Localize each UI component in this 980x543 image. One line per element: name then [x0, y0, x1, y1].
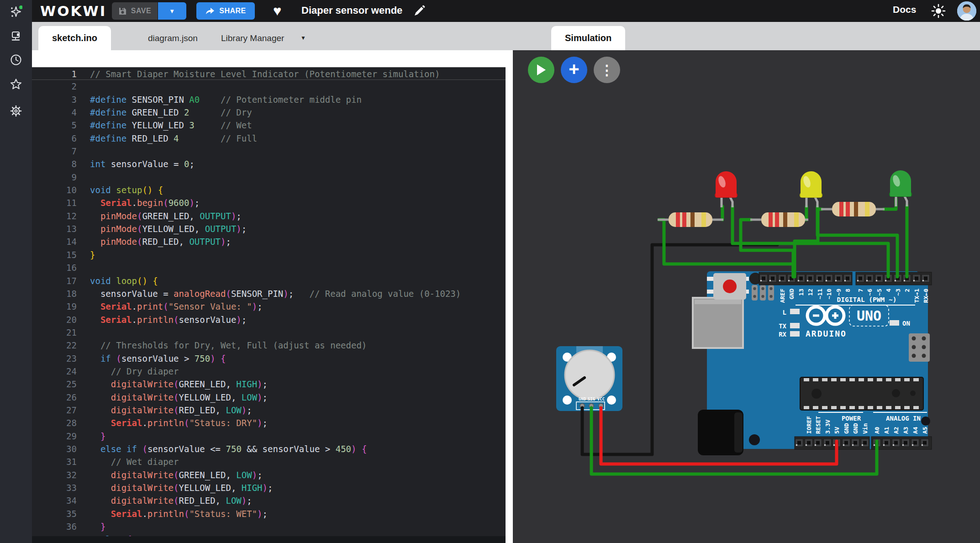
- code-line[interactable]: 23 if (sensorValue > 750) {: [32, 352, 506, 365]
- robot-simulator-icon[interactable]: [10, 29, 22, 42]
- led-on: [890, 320, 899, 326]
- potentiometer[interactable]: GNDSIGVCC: [556, 346, 622, 411]
- green-led[interactable]: [889, 170, 912, 206]
- svg-text:A5: A5: [922, 427, 928, 434]
- led-rx: [790, 331, 800, 337]
- code-line[interactable]: 36 }: [32, 520, 506, 533]
- led-l-label: L: [783, 309, 786, 316]
- led-tx-label: TX: [779, 322, 786, 330]
- mounting-hole: [921, 416, 930, 426]
- svg-text:3.3V: 3.3V: [824, 420, 831, 434]
- code-line[interactable]: 18 sensorValue = analogRead(SENSOR_PIN);…: [32, 287, 506, 300]
- code-line[interactable]: 10void setup() {: [32, 184, 506, 196]
- svg-text:2: 2: [904, 289, 911, 292]
- code-line[interactable]: 7: [32, 145, 506, 158]
- arduino-brand-label: ARDUINO: [806, 329, 847, 338]
- svg-text:A4: A4: [912, 427, 919, 434]
- wire-green-r3-led[interactable]: [884, 199, 896, 209]
- code-line[interactable]: 20 Serial.println(sensorValue);: [32, 313, 506, 326]
- resistor-2[interactable]: [750, 212, 808, 227]
- code-line[interactable]: 24 // Dry diaper: [32, 365, 506, 378]
- code-line[interactable]: 16: [32, 261, 506, 274]
- tab-diagram-json[interactable]: diagram.json: [145, 26, 200, 50]
- code-line[interactable]: 3#define SENSOR_PIN A0 // Potentiometer …: [32, 93, 506, 106]
- wire-green-yellow-led-pin3[interactable]: [817, 206, 897, 277]
- code-line[interactable]: 9: [32, 171, 506, 184]
- code-line[interactable]: 8int sensorValue = 0;: [32, 158, 506, 170]
- code-line[interactable]: 31 // Wet diaper: [32, 455, 506, 468]
- wire-green-r2-led[interactable]: [805, 206, 806, 220]
- svg-text:VCC: VCC: [597, 397, 605, 401]
- code-line[interactable]: 2: [32, 80, 506, 93]
- tab-simulation[interactable]: Simulation: [551, 26, 625, 50]
- code-line[interactable]: 22 // Thresholds for Dry, Wet, Full (adj…: [32, 339, 506, 352]
- code-line[interactable]: 4#define GREEN_LED 2 // Dry: [32, 106, 506, 119]
- code-line[interactable]: 17void loop() {: [32, 274, 506, 287]
- code-line[interactable]: 15}: [32, 248, 506, 261]
- code-line[interactable]: 12 pinMode(GREEN_LED, OUTPUT);: [32, 210, 506, 222]
- panel-divider[interactable]: [506, 50, 513, 543]
- svg-text:5V: 5V: [833, 427, 840, 434]
- resistor-1[interactable]: [658, 212, 723, 227]
- docs-link[interactable]: Docs: [893, 4, 916, 15]
- gear-settings-icon[interactable]: [10, 105, 22, 117]
- tab-library-manager[interactable]: Library Manager: [218, 26, 287, 50]
- wire-green-r1-gnd[interactable]: [659, 220, 793, 277]
- analog-label: ANALOG IN: [886, 415, 921, 422]
- history-clock-icon[interactable]: [10, 53, 22, 66]
- wokwi-logo[interactable]: WOKWI: [40, 3, 106, 19]
- svg-text:A1: A1: [883, 427, 890, 434]
- save-button[interactable]: SAVE: [112, 2, 158, 20]
- pot-knob[interactable]: [565, 350, 614, 400]
- code-line[interactable]: 21: [32, 326, 506, 339]
- code-line[interactable]: 30 else if (sensorValue <= 750 && sensor…: [32, 443, 506, 455]
- code-line[interactable]: 32 digitalWrite(GREEN_LED, LOW);: [32, 469, 506, 481]
- wire-green-r2-gnd[interactable]: [741, 220, 793, 277]
- arduino-uno-board[interactable]: AREFGND1312~11~10~987~6~54~32TX→1RX←0IOR…: [693, 271, 932, 455]
- heart-icon[interactable]: ♥: [273, 4, 281, 18]
- svg-text:A0: A0: [874, 427, 880, 434]
- code-line[interactable]: 11 Serial.begin(9600);: [32, 196, 506, 209]
- sparkles-icon[interactable]: [10, 5, 22, 18]
- star-favorites-icon[interactable]: [10, 78, 22, 90]
- editor-bottom-strip: [32, 536, 506, 543]
- edit-pencil-icon[interactable]: [413, 5, 425, 19]
- svg-text:4: 4: [885, 289, 892, 292]
- tab-sketch-ino[interactable]: sketch.ino: [38, 26, 111, 50]
- circuit-diagram[interactable]: AREFGND1312~11~10~987~6~54~32TX→1RX←0IOR…: [513, 50, 980, 543]
- share-button[interactable]: SHARE: [196, 2, 255, 20]
- code-line[interactable]: 6#define RED_LED 4 // Full: [32, 132, 506, 145]
- on-label: ON: [902, 320, 910, 327]
- code-line[interactable]: 25 digitalWrite(GREEN_LED, HIGH);: [32, 378, 506, 390]
- svg-text:~3: ~3: [895, 289, 901, 296]
- save-dropdown-caret[interactable]: ▼: [158, 2, 186, 20]
- svg-text:12: 12: [807, 289, 814, 296]
- code-line[interactable]: 5#define YELLOW_LED 3 // Wet: [32, 119, 506, 132]
- library-manager-caret-icon[interactable]: ▼: [300, 35, 306, 41]
- code-line[interactable]: 28 Serial.println("Status: DRY");: [32, 416, 506, 429]
- simulation-canvas[interactable]: + ⋮: [513, 50, 980, 543]
- code-line[interactable]: 33 digitalWrite(YELLOW_LED, HIGH);: [32, 481, 506, 494]
- svg-text:13: 13: [798, 289, 805, 296]
- code-line[interactable]: 26 digitalWrite(YELLOW_LED, LOW);: [32, 391, 506, 404]
- code-line[interactable]: 27 digitalWrite(RED_LED, LOW);: [32, 404, 506, 416]
- code-editor[interactable]: 1// Smart Diaper Moisture Level Indicato…: [32, 67, 506, 536]
- svg-text:GND: GND: [843, 423, 850, 434]
- code-line[interactable]: 35 Serial.println("Status: WET");: [32, 507, 506, 520]
- code-line[interactable]: 14 pinMode(RED_LED, OUTPUT);: [32, 235, 506, 248]
- code-line[interactable]: 29 }: [32, 430, 506, 443]
- yellow-led[interactable]: [800, 171, 822, 207]
- red-led[interactable]: [715, 171, 738, 207]
- svg-text:~5: ~5: [876, 289, 883, 296]
- code-line[interactable]: 34 digitalWrite(RED_LED, LOW);: [32, 494, 506, 507]
- code-line[interactable]: 37 else {: [32, 533, 506, 536]
- user-avatar[interactable]: [957, 1, 976, 21]
- code-line[interactable]: 13 pinMode(YELLOW_LED, OUTPUT);: [32, 222, 506, 235]
- editor-top-band: [32, 50, 506, 67]
- project-title: Diaper sensor wende: [301, 5, 402, 16]
- code-line[interactable]: 19 Serial.print("Sensor Value: ");: [32, 300, 506, 313]
- sun-theme-icon[interactable]: [931, 3, 946, 21]
- resistor-3[interactable]: [821, 202, 885, 216]
- code-line[interactable]: 1// Smart Diaper Moisture Level Indicato…: [32, 67, 506, 80]
- mounting-hole: [749, 434, 760, 445]
